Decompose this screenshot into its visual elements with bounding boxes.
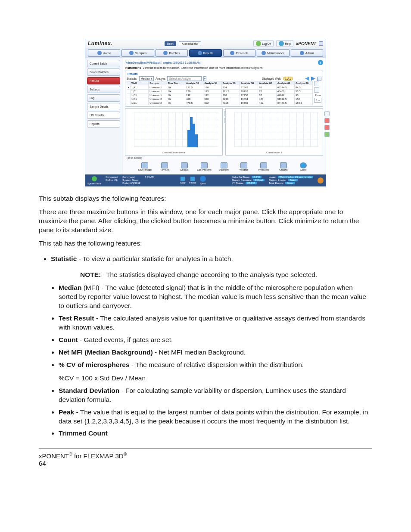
status-bar: System Status Connected DxPro: Ok Comman… (85, 174, 326, 186)
statistic-dropdown[interactable]: Median (139, 76, 154, 81)
scroll-down-icon[interactable] (314, 87, 319, 93)
paragraph: This subtab displays the following featu… (39, 194, 372, 203)
column-header[interactable]: Well (131, 81, 149, 85)
tab-icon (230, 51, 234, 55)
invalidate-button[interactable]: Invalidate (256, 162, 271, 171)
plate-dropdown[interactable]: 1 (314, 98, 321, 103)
table-row[interactable]: 1,D1Unknown2Ok46037042361963448633322.51… (127, 97, 313, 101)
close-button[interactable]: Close (296, 162, 311, 171)
logoff-button[interactable]: Log Off (253, 40, 274, 47)
approve-button[interactable]: Approve (216, 162, 232, 171)
help-icon (279, 41, 284, 46)
statistic-label: Statistic: (127, 77, 137, 80)
histogram-chart[interactable]: Doublet Discriminator (125, 108, 223, 156)
chart2-tool-icon[interactable] (324, 132, 330, 137)
list-item: Standard Deviation - For calculating sam… (59, 386, 372, 404)
eject-icon[interactable] (200, 176, 206, 182)
user-label: User: (165, 41, 177, 46)
chart1-xlabel: Doublet Discriminator (125, 151, 222, 154)
next-arrow-icon[interactable] (311, 77, 315, 81)
button-icon (240, 162, 247, 168)
analyte-dropdown[interactable]: Select an Analyte (167, 76, 202, 81)
column-header[interactable]: Sample (149, 81, 167, 85)
tab-batches[interactable]: Batches (156, 49, 188, 57)
column-header[interactable]: Analyte 56 (221, 81, 240, 85)
chart2-zoomout-icon[interactable] (324, 125, 330, 130)
batch-title: "AlleleDemoBeadMPtriBatch", created 3/8/… (125, 61, 201, 64)
charts-row: Doublet Discriminator Classification 1 (125, 108, 323, 156)
chart2-zoomin-icon[interactable] (324, 118, 330, 123)
status-led-icon (92, 176, 97, 181)
footer-rule (39, 448, 372, 449)
tab-results[interactable]: Results (189, 49, 221, 57)
app-screenshot: Luminex. User: Administrator Log Off Hel… (85, 39, 326, 187)
default-button[interactable]: Default (177, 162, 192, 171)
tab-samples[interactable]: Samples (121, 49, 154, 57)
tab-home[interactable]: Home (88, 49, 120, 57)
logoff-icon (256, 41, 261, 46)
page-footer: xPONENT® for FLEXMAP 3D® 64 (39, 451, 372, 467)
chart-coord: (4330,18781) (125, 157, 323, 159)
table-row[interactable]: ▸1,A1Unknown1Ok121.5126754378478545144.5… (127, 85, 313, 90)
table-row[interactable]: 1,B1Unknown1Ok120123771.538718784648858.… (127, 90, 313, 93)
scatter-chart[interactable]: Classification 1 (225, 108, 323, 156)
results-table[interactable]: WellSampleRun Sta…Analyte 52Analyte 54An… (127, 81, 313, 105)
button-icon (161, 162, 168, 168)
tab-icon (300, 51, 304, 55)
window-control-icon[interactable] (319, 41, 323, 46)
table-row[interactable]: 1,C1Unknown1Ok13211273837758874497298 (127, 93, 313, 97)
stop-icon[interactable] (181, 177, 185, 181)
info-icon[interactable]: i (318, 60, 323, 65)
maximize-chart2-icon[interactable] (324, 111, 330, 116)
command-label: Command: (122, 176, 140, 178)
column-header[interactable]: Analyte 58 (240, 81, 258, 85)
batch-header: "AlleleDemoBeadMPtriBatch", created 3/8/… (125, 60, 323, 65)
table-row[interactable]: 1,E1Unknown2Ok470.539243181956546234479.… (127, 101, 313, 105)
warmup-led-icon (318, 177, 324, 184)
sidebar-item-settings[interactable]: Settings (87, 86, 120, 93)
sidebar-item-sample-details[interactable]: Sample Details (87, 103, 120, 110)
save-image-button[interactable]: Save Image (137, 162, 153, 171)
list-item: Count - Gated events, if gates are set. (59, 336, 372, 345)
column-header[interactable]: Analyte 62 (258, 81, 276, 85)
system-status-label: System Status (87, 182, 101, 185)
scroll-up-icon[interactable] (314, 81, 319, 86)
time-label: 8:09 AM (145, 176, 154, 178)
graphs-button[interactable]: Graphs (276, 162, 291, 171)
main-tabs: HomeSamplesBatchesResultsProtocolsMainte… (85, 48, 326, 58)
sidebar-item-log[interactable]: Log (87, 94, 120, 102)
sidebar: Current BatchSaved BatchesResultsSetting… (85, 58, 122, 174)
help-button[interactable]: Help (276, 40, 293, 47)
column-header[interactable]: Analyte 64 (276, 81, 294, 85)
displayed-well-label: Displayed Well: (262, 77, 281, 80)
prev-arrow-icon[interactable] (305, 77, 309, 81)
brand-logo: Luminex. (88, 40, 112, 47)
tab-admin[interactable]: Admin (291, 49, 323, 57)
plate-label: Plate (314, 94, 321, 96)
note-text: The statistics displayed change accordin… (106, 271, 317, 280)
analyte-dropdown-arrow[interactable] (203, 76, 206, 81)
sidebar-item-lis-results[interactable]: LIS Results (87, 112, 120, 119)
column-header[interactable]: Analyte 52 (185, 81, 203, 85)
sidebar-item-current-batch[interactable]: Current Batch (87, 60, 120, 67)
note-block: NOTE: The statistics displayed change ac… (80, 271, 372, 280)
list-item: Peak - The value that is equal to the la… (59, 408, 372, 426)
tab-maintenance[interactable]: Maintenance (257, 49, 289, 57)
column-header[interactable]: Run Sta… (167, 81, 185, 85)
tab-icon (97, 51, 102, 55)
cv-formula: %CV = 100 x Std Dev / Mean (59, 374, 372, 383)
maximize-results-icon[interactable] (317, 77, 321, 81)
sidebar-item-saved-batches[interactable]: Saved Batches (87, 68, 120, 76)
analyte-label: Analyte: (156, 77, 166, 80)
formula-button[interactable]: Formula (157, 162, 172, 171)
tab-protocols[interactable]: Protocols (223, 49, 255, 57)
sidebar-item-results[interactable]: Results (87, 77, 120, 84)
pause-icon[interactable] (190, 177, 195, 181)
button-icon (141, 162, 148, 168)
edit-patients-button[interactable]: Edit Patients (196, 162, 212, 171)
column-header[interactable]: Analyte 66 (294, 81, 312, 85)
column-header[interactable]: Analyte 54 (203, 81, 221, 85)
validate-button[interactable]: Validate (236, 162, 252, 171)
paragraph: There are three maximize buttons in this… (39, 208, 372, 235)
sidebar-item-reports[interactable]: Reports (87, 120, 120, 128)
